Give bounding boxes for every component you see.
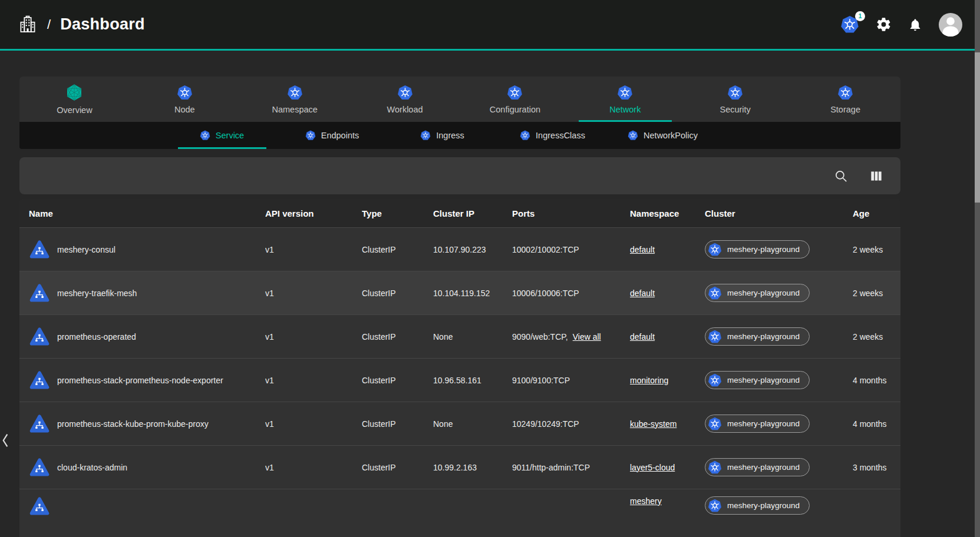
namespace-link[interactable]: layer5-cloud bbox=[630, 463, 675, 472]
namespace-link[interactable]: kube-system bbox=[630, 419, 677, 429]
cluster-name: meshery-playground bbox=[727, 419, 800, 428]
tab-security[interactable]: Security bbox=[680, 77, 790, 122]
table-row[interactable]: meshery-consul v1 ClusterIP 10.107.90.22… bbox=[19, 227, 900, 271]
tab-storage[interactable]: Storage bbox=[790, 77, 900, 122]
kubernetes-icon bbox=[617, 85, 633, 101]
age: 2 weeks bbox=[853, 245, 900, 254]
subtab-service[interactable]: Service bbox=[167, 122, 277, 149]
subtab-ingress[interactable]: Ingress bbox=[387, 122, 497, 149]
page-scrollbar[interactable] bbox=[975, 0, 980, 537]
drawer-collapse-button[interactable] bbox=[1, 432, 10, 449]
kubernetes-icon bbox=[708, 460, 722, 475]
cluster-chip[interactable]: meshery-playground bbox=[705, 415, 810, 433]
namespace-link[interactable]: default bbox=[630, 245, 655, 254]
user-avatar[interactable] bbox=[939, 13, 962, 37]
ports: 9090/web:TCP, bbox=[512, 332, 568, 342]
api-version: v1 bbox=[265, 463, 362, 472]
table-row[interactable]: prometheus-stack-prometheus-node-exporte… bbox=[19, 358, 900, 402]
table-row[interactable]: cloud-kratos-admin v1 ClusterIP 10.99.2.… bbox=[19, 445, 900, 489]
network-subtabs: Service Endpoints Ingress IngressClass N… bbox=[19, 122, 900, 149]
namespace-link[interactable]: meshery bbox=[630, 496, 662, 506]
service-type: ClusterIP bbox=[362, 376, 433, 385]
col-header-name[interactable]: Name bbox=[19, 208, 265, 218]
subtab-endpoints[interactable]: Endpoints bbox=[277, 122, 387, 149]
service-name: meshery-traefik-mesh bbox=[57, 289, 137, 298]
cluster-name: meshery-playground bbox=[727, 501, 800, 510]
kubernetes-icon bbox=[507, 85, 523, 101]
cluster-context-button[interactable]: 1 bbox=[840, 15, 859, 34]
age: 4 months bbox=[853, 376, 900, 385]
age: 3 months bbox=[853, 463, 900, 472]
table-row[interactable]: prometheus-stack-kube-prom-kube-proxy v1… bbox=[19, 402, 900, 445]
kubernetes-icon bbox=[708, 373, 722, 387]
table-header-row: Name API version Type Cluster IP Ports N… bbox=[19, 199, 900, 227]
notifications-bell-icon[interactable] bbox=[908, 18, 922, 32]
service-icon bbox=[29, 496, 50, 516]
table-row[interactable]: meshery-traefik-mesh v1 ClusterIP 10.104… bbox=[19, 271, 900, 314]
settings-gear-icon[interactable] bbox=[876, 16, 892, 32]
service-name: meshery-consul bbox=[57, 245, 116, 254]
tab-node[interactable]: Node bbox=[130, 77, 240, 122]
subtab-label: Service bbox=[216, 131, 244, 140]
namespace-link[interactable]: default bbox=[630, 289, 655, 298]
tab-workload[interactable]: Workload bbox=[350, 77, 460, 122]
page-title: Dashboard bbox=[60, 15, 145, 34]
meshery-icon bbox=[65, 84, 83, 101]
namespace-link[interactable]: default bbox=[630, 332, 655, 342]
kubernetes-icon bbox=[520, 130, 530, 141]
cluster-chip[interactable]: meshery-playground bbox=[705, 284, 810, 302]
cluster-chip[interactable]: meshery-playground bbox=[705, 240, 810, 258]
app-header: / Dashboard 1 bbox=[0, 0, 980, 51]
col-header-cluster[interactable]: Cluster bbox=[705, 208, 853, 218]
tab-network[interactable]: Network bbox=[570, 77, 680, 122]
cluster-name: meshery-playground bbox=[727, 245, 800, 254]
kubernetes-icon bbox=[727, 85, 743, 101]
tab-label: Network bbox=[609, 105, 641, 114]
table-row[interactable]: prometheus-operated v1 ClusterIP None 90… bbox=[19, 314, 900, 358]
tab-label: Namespace bbox=[272, 105, 318, 114]
kubernetes-icon bbox=[708, 499, 722, 513]
cluster-chip[interactable]: meshery-playground bbox=[705, 327, 810, 346]
kubernetes-icon bbox=[708, 417, 722, 431]
service-type: ClusterIP bbox=[362, 289, 433, 298]
namespace-link[interactable]: monitoring bbox=[630, 376, 668, 385]
tab-overview[interactable]: Overview bbox=[19, 77, 130, 122]
scrollbar-thumb[interactable] bbox=[975, 52, 980, 203]
service-icon bbox=[29, 283, 50, 303]
tab-configuration[interactable]: Configuration bbox=[460, 77, 570, 122]
col-header-cluster-ip[interactable]: Cluster IP bbox=[433, 208, 512, 218]
view-all-ports-link[interactable]: View all bbox=[573, 332, 601, 342]
service-name: prometheus-stack-prometheus-node-exporte… bbox=[57, 376, 223, 385]
col-header-age[interactable]: Age bbox=[853, 208, 900, 218]
service-type: ClusterIP bbox=[362, 463, 433, 472]
cluster-name: meshery-playground bbox=[727, 289, 800, 297]
view-columns-icon[interactable] bbox=[869, 168, 884, 184]
age: 4 months bbox=[853, 419, 900, 429]
table-row[interactable]: meshery meshery-playground bbox=[19, 489, 900, 537]
person-icon bbox=[939, 13, 962, 37]
tab-label: Storage bbox=[830, 105, 860, 114]
col-header-api-version[interactable]: API version bbox=[265, 208, 362, 218]
cluster-chip[interactable]: meshery-playground bbox=[705, 371, 810, 389]
kubernetes-icon bbox=[708, 286, 722, 300]
chevron-left-icon bbox=[1, 432, 10, 449]
api-version: v1 bbox=[265, 289, 362, 298]
kubernetes-icon bbox=[837, 85, 853, 101]
kubernetes-icon bbox=[287, 85, 303, 101]
tab-label: Security bbox=[720, 105, 750, 114]
subtab-ingressclass[interactable]: IngressClass bbox=[497, 122, 608, 149]
tab-namespace[interactable]: Namespace bbox=[240, 77, 350, 122]
subtab-label: Ingress bbox=[436, 131, 464, 140]
cluster-chip[interactable]: meshery-playground bbox=[705, 496, 810, 515]
col-header-namespace[interactable]: Namespace bbox=[630, 208, 705, 218]
service-type: ClusterIP bbox=[362, 245, 433, 254]
cluster-chip[interactable]: meshery-playground bbox=[705, 458, 810, 476]
service-icon bbox=[29, 458, 50, 478]
cluster-ip: 10.104.119.152 bbox=[433, 289, 512, 298]
col-header-ports[interactable]: Ports bbox=[512, 208, 630, 218]
search-icon[interactable] bbox=[833, 168, 849, 184]
subtab-networkpolicy[interactable]: NetworkPolicy bbox=[608, 122, 718, 149]
building-icon[interactable] bbox=[18, 15, 38, 35]
col-header-type[interactable]: Type bbox=[362, 208, 433, 218]
ports: 9011/http-admin:TCP bbox=[512, 463, 590, 472]
